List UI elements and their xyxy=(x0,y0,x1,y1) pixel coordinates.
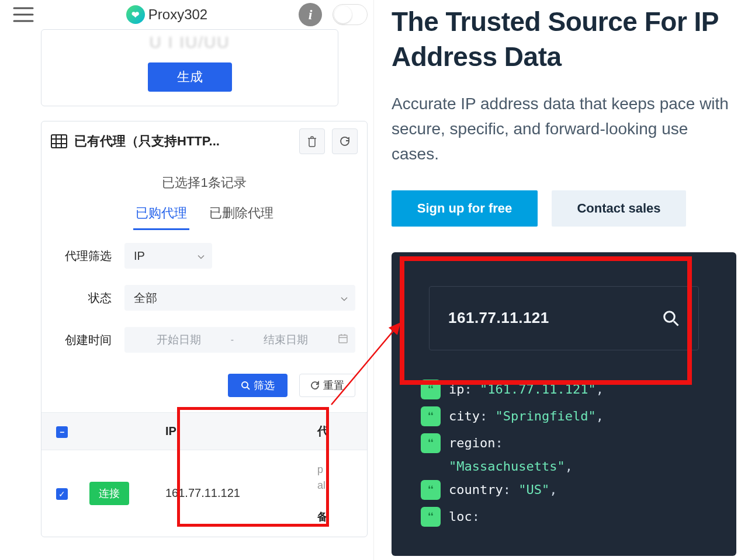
status-label: 状态 xyxy=(53,290,117,306)
status-value: 全部 xyxy=(134,290,157,306)
select-all-checkbox[interactable]: − xyxy=(56,426,68,438)
reset-icon xyxy=(310,381,320,390)
json-line-loc: ❝ loc: xyxy=(409,503,719,530)
end-date-placeholder: 结束日期 xyxy=(238,332,333,347)
hamburger-icon xyxy=(13,6,34,23)
quote-icon: ❝ xyxy=(421,507,441,527)
delete-button[interactable] xyxy=(299,128,325,154)
row-ip-value: 161.77.11.121 xyxy=(158,450,310,537)
reset-button[interactable]: 重置 xyxy=(299,374,355,397)
json-line-region-value: "Massachusetts", xyxy=(409,457,719,476)
date-range-picker[interactable]: 开始日期 - 结束日期 xyxy=(124,327,355,353)
create-time-label: 创建时间 xyxy=(53,332,117,348)
brand: ❤ Proxy302 xyxy=(47,5,287,24)
filter-type-select[interactable]: IP xyxy=(124,243,212,269)
brand-logo-icon: ❤ xyxy=(126,5,145,24)
filter-type-value: IP xyxy=(134,249,145,263)
brand-text: Proxy302 xyxy=(148,6,207,23)
search-icon[interactable] xyxy=(662,309,680,327)
row-checkbox[interactable]: ✓ xyxy=(56,488,68,500)
filter-button[interactable]: 筛选 xyxy=(228,374,288,397)
page-title: The Trusted Source For IP Address Data xyxy=(392,5,736,75)
column-ip: IP xyxy=(158,413,310,450)
svg-point-14 xyxy=(664,312,675,322)
info-icon[interactable]: i xyxy=(299,3,322,26)
json-line-ip: ❝ ip: "161.77.11.121", xyxy=(409,376,719,403)
contact-sales-button[interactable]: Contact sales xyxy=(552,190,686,227)
refresh-button[interactable] xyxy=(332,128,358,154)
table-row: ✓ 连接 161.77.11.121 p al 备 xyxy=(41,450,367,537)
ip-search-field[interactable]: 161.77.11.121 xyxy=(429,286,699,350)
search-icon xyxy=(241,381,250,390)
connect-button[interactable]: 连接 xyxy=(89,482,129,505)
theme-toggle[interactable] xyxy=(333,4,368,25)
json-line-country: ❝ country: "US", xyxy=(409,476,719,503)
proxy-panel-title: 已有代理（只支持HTTP... xyxy=(74,133,292,150)
svg-point-12 xyxy=(242,382,248,388)
json-line-region: ❝ region: xyxy=(409,430,719,457)
svg-rect-8 xyxy=(339,335,347,343)
toggle-knob xyxy=(334,6,352,23)
generate-button[interactable]: 生成 xyxy=(148,62,232,92)
chevron-down-icon xyxy=(340,291,348,305)
column-extra: 代 xyxy=(310,413,367,450)
ip-search-value: 161.77.11.121 xyxy=(448,309,653,327)
row-extra: p al 备 xyxy=(310,450,367,537)
json-line-city: ❝ city: "Springfield", xyxy=(409,403,719,430)
tab-deleted-proxy[interactable]: 已删除代理 xyxy=(207,200,276,230)
start-date-placeholder: 开始日期 xyxy=(131,332,226,347)
trash-icon xyxy=(307,135,317,147)
table-header-row: − IP 代 xyxy=(41,413,367,450)
quote-icon: ❝ xyxy=(421,406,441,426)
table-icon xyxy=(51,134,67,148)
tab-purchased-proxy[interactable]: 已购代理 xyxy=(133,200,189,230)
calendar-icon xyxy=(338,333,348,346)
page-subtitle: Accurate IP address data that keeps pace… xyxy=(392,91,736,167)
date-separator: - xyxy=(231,335,234,345)
ip-lookup-terminal: 161.77.11.121 ❝ ip: "161.77.11.121", ❝ c… xyxy=(392,252,736,556)
svg-line-13 xyxy=(247,387,250,389)
quote-icon: ❝ xyxy=(421,380,441,399)
reset-button-label: 重置 xyxy=(323,378,344,392)
filter-button-label: 筛选 xyxy=(254,378,275,392)
svg-rect-3 xyxy=(51,135,67,148)
chevron-down-icon xyxy=(197,249,205,263)
status-select[interactable]: 全部 xyxy=(124,285,355,311)
quote-icon: ❝ xyxy=(421,433,441,453)
price-blurred: U I IU/UU xyxy=(41,30,338,54)
selected-count-text: 已选择1条记录 xyxy=(41,161,367,200)
filter-label: 代理筛选 xyxy=(53,248,117,264)
menu-button[interactable] xyxy=(6,6,41,23)
signup-button[interactable]: Sign up for free xyxy=(392,190,538,227)
svg-line-15 xyxy=(674,321,678,326)
quote-icon: ❝ xyxy=(421,480,441,500)
refresh-icon xyxy=(339,135,351,147)
